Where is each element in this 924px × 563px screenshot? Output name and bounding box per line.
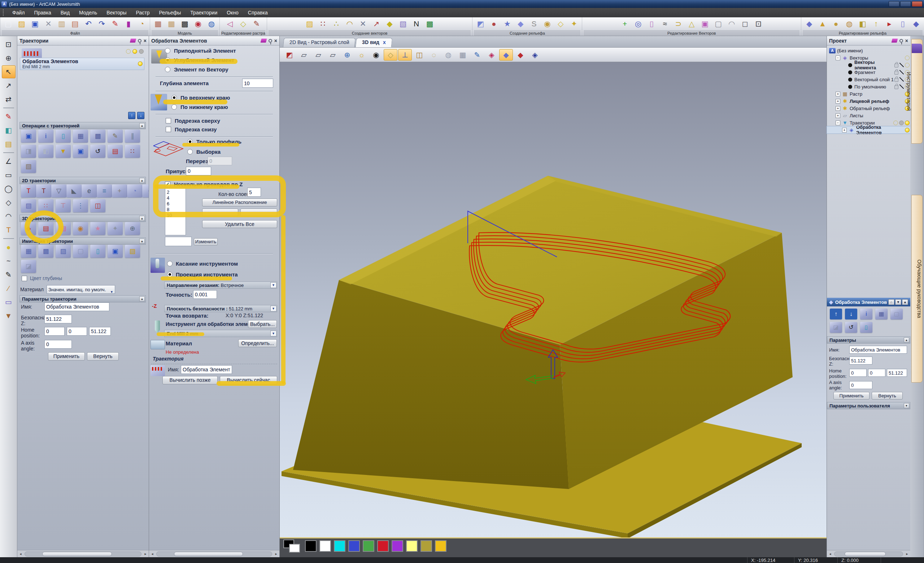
- vector-feature-radio-row[interactable]: Элемент по Вектору: [165, 66, 228, 73]
- dome-icon[interactable]: ◆: [910, 18, 922, 30]
- area-clear-radio-row[interactable]: Выборка: [188, 149, 220, 155]
- section-user-parameters[interactable]: Параметры пользователя▼: [827, 402, 910, 409]
- rotary-axis-icon[interactable]: ↺: [845, 322, 857, 333]
- area-clearance-icon[interactable]: T: [36, 184, 51, 198]
- cut-out-icon[interactable]: ◉: [73, 222, 88, 235]
- section-parameters[interactable]: Параметры▲: [827, 336, 910, 344]
- fancy-engraving-icon[interactable]: e: [82, 184, 97, 198]
- toolpath-summary-icon[interactable]: i: [860, 308, 872, 319]
- raised-feature-radio[interactable]: [165, 48, 170, 53]
- spin-icon[interactable]: ★: [501, 18, 514, 30]
- expander-icon[interactable]: +: [836, 99, 840, 103]
- wireframe-icon[interactable]: ◍: [205, 18, 218, 30]
- tree-item-5[interactable]: По умолчанию: [827, 83, 910, 90]
- undo-icon[interactable]: ↶: [82, 18, 95, 30]
- expander-icon[interactable]: +: [836, 92, 840, 96]
- trim-bottom-check-row[interactable]: Подрезка снизу: [166, 126, 217, 132]
- z-level-roughing-icon[interactable]: ▤: [56, 222, 71, 235]
- toolpath-template-save-icon[interactable]: ▼: [56, 145, 71, 158]
- apply-button[interactable]: Применить: [833, 392, 870, 400]
- tree-item-2[interactable]: Векторы элемента: [827, 61, 910, 69]
- toolpath-template-load-icon[interactable]: ▣: [73, 145, 88, 158]
- scroll-left-icon[interactable]: ◂: [827, 552, 833, 556]
- top-edge-radio[interactable]: [171, 95, 177, 100]
- calculate-toolpath-icon[interactable]: ▦: [73, 130, 88, 142]
- scroll-left-icon[interactable]: ◂: [17, 552, 24, 556]
- fillet-icon[interactable]: ◆: [383, 18, 396, 30]
- section-3d-toolpaths[interactable]: 3D траектории▲: [20, 215, 146, 222]
- isometric-view-icon[interactable]: ◩: [283, 49, 296, 61]
- envelope-icon[interactable]: △: [685, 18, 698, 30]
- open-file-icon[interactable]: ▨: [15, 18, 28, 30]
- simulation-options-icon[interactable]: ◪: [21, 260, 36, 273]
- move-up-icon[interactable]: ↑: [830, 308, 842, 319]
- toolpath-notes-icon[interactable]: ✎: [108, 130, 123, 142]
- z-height-option-3[interactable]: 8: [167, 207, 186, 213]
- bulb-toggle-icon[interactable]: [139, 49, 144, 54]
- toolpath-subpanel-header[interactable]: ◈ Обработка Элементов ⌂ ▼ ▲: [827, 298, 910, 306]
- assistant-icon[interactable]: ◔: [135, 18, 148, 30]
- tab-3d-view[interactable]: 3D видx: [356, 38, 392, 47]
- menu-item-5[interactable]: Растр: [131, 8, 154, 17]
- help-book-icon[interactable]: [891, 39, 898, 43]
- draft-shade-icon[interactable]: ◇: [384, 49, 398, 61]
- z-heights-listbox[interactable]: 246810: [165, 189, 186, 235]
- view-along-z-icon[interactable]: ▱: [326, 49, 340, 61]
- color-vectors-icon[interactable]: ◈: [485, 49, 498, 61]
- laser-texture-icon[interactable]: ✦: [108, 222, 123, 235]
- a-axis-input[interactable]: [44, 340, 72, 349]
- deform-relief-icon[interactable]: ●: [830, 18, 842, 30]
- interpolate-icon[interactable]: ⊃: [672, 18, 685, 30]
- tree-item-3[interactable]: Фрагмент: [827, 69, 910, 76]
- pin-icon[interactable]: [138, 39, 141, 43]
- home-z-input[interactable]: [887, 369, 907, 377]
- help-book-icon[interactable]: [130, 39, 136, 43]
- turn-icon[interactable]: ◆: [514, 18, 527, 30]
- palette-color-2[interactable]: [334, 540, 345, 552]
- tool-contact-radio-row[interactable]: Касание инструментом: [167, 261, 238, 267]
- text-tool[interactable]: T: [2, 223, 15, 237]
- smudge-tool[interactable]: ~: [2, 255, 15, 267]
- a-axis-input[interactable]: [849, 381, 872, 389]
- z-height-option-1[interactable]: 4: [167, 195, 186, 201]
- rotary-toolpath-icon[interactable]: ↺: [90, 145, 105, 158]
- droplet-tool[interactable]: ●: [2, 241, 15, 254]
- home-y-input[interactable]: [868, 369, 885, 377]
- view-along-x-icon[interactable]: ▱: [297, 49, 311, 61]
- bevel-carving-icon[interactable]: ◣: [66, 184, 82, 198]
- collapse-icon[interactable]: ▲: [140, 178, 145, 183]
- cut-direction-dropdown[interactable]: Направление резания: Встречное▼: [164, 282, 277, 289]
- help-book-icon[interactable]: [260, 39, 267, 43]
- material-ghost-icon[interactable]: ◧: [38, 145, 53, 158]
- sweep-icon[interactable]: S: [527, 18, 540, 30]
- machining-plan-icon[interactable]: ▧: [21, 160, 36, 173]
- sculpt-icon[interactable]: ▲: [816, 18, 829, 30]
- bitmap-to-vector-icon[interactable]: ◇: [237, 18, 250, 30]
- menu-item-8[interactable]: Окно: [222, 8, 243, 17]
- greyscale-view-icon[interactable]: ▩: [178, 18, 191, 30]
- close-tab-icon[interactable]: x: [383, 39, 386, 45]
- weave-wizard-icon[interactable]: ◉: [541, 18, 554, 30]
- home-y-input[interactable]: [67, 327, 87, 335]
- delete-toolpath-icon[interactable]: ▯: [860, 322, 872, 333]
- select-vectors-tool[interactable]: ↖: [2, 65, 15, 78]
- toolpath-visibility-bulb-icon[interactable]: [138, 61, 142, 66]
- drilling-icon[interactable]: ≡: [97, 184, 112, 198]
- collapse-icon[interactable]: ▲: [140, 123, 145, 128]
- tree-item-11[interactable]: +◈Обработка Элементов: [827, 126, 910, 133]
- tab-2d-view[interactable]: 2D Вид - Растровый слой: [283, 38, 356, 47]
- bottom-edge-radio[interactable]: [171, 104, 177, 110]
- pin-icon[interactable]: [268, 39, 272, 43]
- toolpath-summary-icon[interactable]: i: [38, 130, 53, 142]
- lighting-icon[interactable]: ☼: [355, 49, 369, 61]
- lock-icon[interactable]: [894, 78, 898, 82]
- tab-tutorials[interactable]: Обучающие руководства: [911, 195, 922, 383]
- add-z-height-button[interactable]: [202, 209, 238, 216]
- back-relief-view-icon[interactable]: ▦: [165, 18, 178, 30]
- tree-item-8[interactable]: +✱Обратный рельеф: [827, 105, 910, 112]
- expander-icon[interactable]: +: [842, 128, 847, 132]
- smooth-relief-icon[interactable]: ◎: [632, 18, 645, 30]
- wave-distort-icon[interactable]: ≈: [658, 18, 671, 30]
- stamp-tool[interactable]: ▼: [2, 309, 15, 322]
- offset-vectors-icon[interactable]: ▧: [397, 18, 410, 30]
